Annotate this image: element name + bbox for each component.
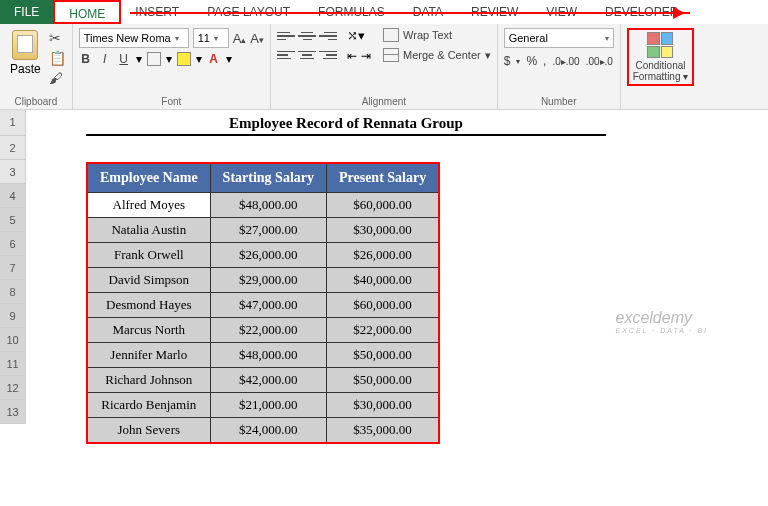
tab-home[interactable]: HOME [53,0,121,24]
number-label: Number [504,94,614,109]
font-color-button[interactable]: A [207,52,221,66]
worksheet: 12345678910111213 Employee Record of Ren… [0,110,768,424]
paste-button[interactable]: Paste [6,28,45,78]
currency-button[interactable]: $ [504,54,511,68]
row-header-8[interactable]: 8 [0,280,26,304]
column-header[interactable]: Present Salary [326,163,439,193]
row-header-12[interactable]: 12 [0,376,26,400]
align-bottom-icon[interactable] [319,28,337,44]
table-row[interactable]: David Simpson$29,000.00$40,000.00 [87,268,439,293]
cell[interactable]: $50,000.00 [326,343,439,368]
font-size-combo[interactable]: 11▾ [193,28,229,48]
cell[interactable]: Marcus North [87,318,210,343]
table-row[interactable]: Natalia Austin$27,000.00$30,000.00 [87,218,439,243]
cell[interactable]: $30,000.00 [326,393,439,418]
row-header-2[interactable]: 2 [0,136,26,160]
cell[interactable]: $42,000.00 [210,368,326,393]
table-row[interactable]: Marcus North$22,000.00$22,000.00 [87,318,439,343]
cell[interactable]: $26,000.00 [326,243,439,268]
row-header-5[interactable]: 5 [0,208,26,232]
cell[interactable]: $27,000.00 [210,218,326,243]
comma-button[interactable]: , [543,54,546,68]
cell[interactable]: $60,000.00 [326,293,439,318]
cell[interactable]: Richard Johnson [87,368,210,393]
cell[interactable]: $22,000.00 [210,318,326,343]
row-header-6[interactable]: 6 [0,232,26,256]
row-header-4[interactable]: 4 [0,184,26,208]
table-row[interactable]: Frank Orwell$26,000.00$26,000.00 [87,243,439,268]
align-middle-icon[interactable] [298,28,316,44]
orientation-icon[interactable]: ⤭▾ [347,28,371,43]
highlight-arrow [130,12,690,14]
cell[interactable]: $47,000.00 [210,293,326,318]
tab-file[interactable]: FILE [0,0,53,24]
copy-icon[interactable]: 📋 [49,50,66,66]
paste-icon [12,30,38,60]
table-row[interactable]: Ricardo Benjamin$21,000.00$30,000.00 [87,393,439,418]
cell[interactable]: $48,000.00 [210,343,326,368]
clipboard-label: Clipboard [6,94,66,109]
align-right-icon[interactable] [319,47,337,63]
align-left-icon[interactable] [277,47,295,63]
cell[interactable]: David Simpson [87,268,210,293]
font-name-combo[interactable]: Times New Roma▾ [79,28,189,48]
align-top-icon[interactable] [277,28,295,44]
row-header-10[interactable]: 10 [0,328,26,352]
cell[interactable]: $21,000.00 [210,393,326,418]
merge-center-button[interactable]: Merge & Center ▾ [383,48,491,62]
cell[interactable]: $22,000.00 [326,318,439,343]
row-header-11[interactable]: 11 [0,352,26,376]
increase-indent-icon[interactable]: ⇥ [361,49,371,63]
row-header-3[interactable]: 3 [0,160,26,184]
border-button[interactable] [147,52,161,66]
cell[interactable]: Ricardo Benjamin [87,393,210,418]
cell[interactable]: $50,000.00 [326,368,439,393]
cell[interactable]: $24,000.00 [210,418,326,444]
italic-button[interactable]: I [98,52,112,66]
cell[interactable]: $40,000.00 [326,268,439,293]
merge-icon [383,48,399,62]
cell[interactable]: $48,000.00 [210,193,326,218]
cell[interactable]: $29,000.00 [210,268,326,293]
conditional-formatting-button[interactable]: ConditionalFormatting ▾ [627,28,695,86]
number-format-combo[interactable]: General▾ [504,28,614,48]
table-row[interactable]: Alfred Moyes$48,000.00$60,000.00 [87,193,439,218]
cell[interactable]: Natalia Austin [87,218,210,243]
shrink-font-icon[interactable]: A▾ [250,31,264,46]
percent-button[interactable]: % [526,54,537,68]
column-header[interactable]: Starting Salary [210,163,326,193]
conditional-formatting-icon [647,32,673,58]
row-header-13[interactable]: 13 [0,400,26,424]
cell[interactable]: $26,000.00 [210,243,326,268]
table-row[interactable]: Jennifer Marlo$48,000.00$50,000.00 [87,343,439,368]
wrap-icon [383,28,399,42]
align-center-icon[interactable] [298,47,316,63]
column-header[interactable]: Employee Name [87,163,210,193]
cut-icon[interactable]: ✂ [49,30,66,46]
cell[interactable]: Desmond Hayes [87,293,210,318]
data-table[interactable]: Employee NameStarting SalaryPresent Sala… [86,162,440,444]
underline-button[interactable]: U [117,52,131,66]
row-header-7[interactable]: 7 [0,256,26,280]
cell[interactable]: Alfred Moyes [87,193,210,218]
cell[interactable]: Jennifer Marlo [87,343,210,368]
table-row[interactable]: Desmond Hayes$47,000.00$60,000.00 [87,293,439,318]
bold-button[interactable]: B [79,52,93,66]
row-header-9[interactable]: 9 [0,304,26,328]
table-row[interactable]: Richard Johnson$42,000.00$50,000.00 [87,368,439,393]
decrease-decimal-icon[interactable]: .00▸.0 [586,56,613,67]
cell[interactable]: $60,000.00 [326,193,439,218]
cell[interactable]: Frank Orwell [87,243,210,268]
grow-font-icon[interactable]: A▴ [233,31,247,46]
cell[interactable]: $30,000.00 [326,218,439,243]
decrease-indent-icon[interactable]: ⇤ [347,49,357,63]
row-header-1[interactable]: 1 [0,110,26,136]
increase-decimal-icon[interactable]: .0▸.00 [552,56,579,67]
fill-color-button[interactable] [177,52,191,66]
cell[interactable]: John Severs [87,418,210,444]
watermark: exceldemy EXCEL · DATA · BI [616,309,708,334]
table-row[interactable]: John Severs$24,000.00$35,000.00 [87,418,439,444]
cell[interactable]: $35,000.00 [326,418,439,444]
wrap-text-button[interactable]: Wrap Text [383,28,491,42]
format-painter-icon[interactable]: 🖌 [49,70,66,86]
